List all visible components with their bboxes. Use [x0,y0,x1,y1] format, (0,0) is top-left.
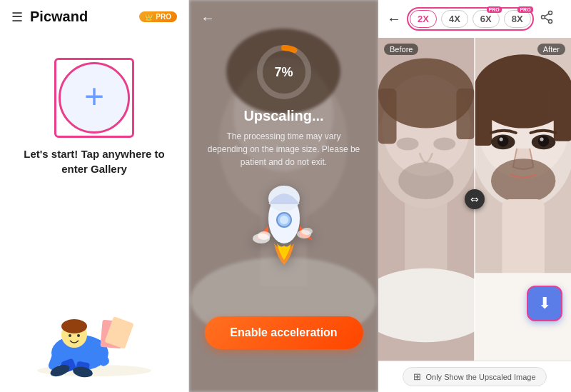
svg-line-34 [545,14,549,16]
scale-options-wrapper: 2X 4X 6X PRO 8X PRO [407,7,534,31]
result-panel: ← 2X 4X 6X PRO 8X PRO [378,0,571,392]
result-back-button[interactable]: ← [387,11,401,27]
upscaling-back-button[interactable]: ← [189,0,226,36]
scale-8x-button[interactable]: 8X PRO [504,10,531,28]
pro-badge: PRO [139,11,177,22]
svg-point-46 [378,268,475,342]
person-illustration [23,271,166,378]
scale-6x-button[interactable]: 6X PRO [473,10,500,28]
only-show-upscaled-button[interactable]: ⊞ Only Show the Upscaled Image [403,367,546,386]
upscaling-status-label: Upscaling... [243,108,323,124]
svg-line-35 [545,18,549,21]
upscaling-description: The processing time may vary depending o… [189,130,378,169]
comparison-container: Before After ⇔ ⬇ [378,38,571,361]
svg-rect-60 [502,199,544,282]
gallery-panel: ☰ Picwand PRO Let's start! Tap anywhere … [0,0,189,392]
upscaling-content: ← 7% Upscaling... The processing time ma… [189,0,378,392]
svg-point-26 [280,216,288,224]
add-image-button[interactable] [59,62,130,134]
gallery-hint: Let's start! Tap anywhere to enter Galle… [0,146,188,176]
add-button-container: Let's start! Tap anywhere to enter Galle… [0,62,188,176]
rocket-svg [248,183,320,268]
before-side [378,38,475,361]
svg-rect-41 [456,89,475,139]
progress-percent: 7% [274,65,293,80]
download-icon: ⬇ [538,294,551,313]
rocket-illustration [248,183,320,278]
svg-point-43 [433,137,455,150]
upscaling-panel: ← 7% Upscaling... The processing time ma… [189,0,378,392]
enable-acceleration-button[interactable]: Enable acceleration [204,316,363,349]
illustration [0,263,188,378]
comparison-handle[interactable]: ⇔ [465,189,485,209]
after-label: After [537,44,565,55]
svg-point-33 [541,16,545,19]
scale-4x-button[interactable]: 4X [441,10,468,28]
svg-point-28 [258,231,271,240]
svg-point-13 [69,334,71,337]
toggle-icon: ⊞ [413,371,421,382]
share-button[interactable] [540,10,554,28]
pro-label: PRO [156,13,171,21]
svg-rect-40 [378,89,397,144]
svg-rect-51 [475,86,492,146]
app-header: ☰ Picwand PRO [0,0,188,34]
only-show-label: Only Show the Upscaled Image [425,373,535,381]
result-header: ← 2X 4X 6X PRO 8X PRO [378,0,571,38]
app-title: Picwand [30,9,88,25]
scale-2x-button[interactable]: 2X [410,10,437,28]
svg-point-55 [497,136,508,146]
download-button[interactable]: ⬇ [527,286,562,321]
bottom-bar: ⊞ Only Show the Upscaled Image [378,361,571,392]
svg-point-5 [61,319,87,333]
svg-point-58 [540,137,543,141]
svg-point-14 [77,334,80,337]
menu-icon[interactable]: ☰ [11,9,23,25]
scale-options: 2X 4X 6X PRO 8X PRO [410,10,531,28]
svg-point-57 [500,137,503,141]
svg-point-56 [538,136,549,146]
svg-point-59 [491,159,555,203]
before-face-svg [378,38,475,361]
share-icon [540,10,554,24]
add-button-wrapper[interactable] [59,62,130,134]
before-label: Before [384,44,418,55]
svg-point-44 [398,162,453,199]
svg-point-42 [397,137,419,150]
svg-point-30 [301,228,313,235]
progress-ring: 7% [256,44,313,101]
